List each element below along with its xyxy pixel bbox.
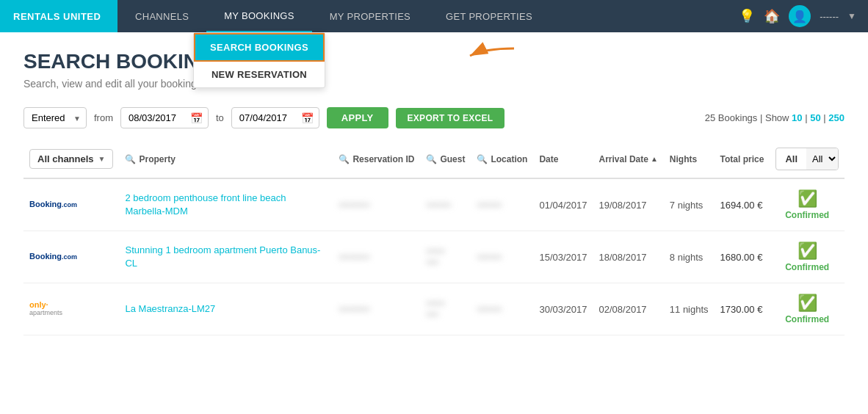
- top-nav: RENTALS UNITED CHANNELS MY BOOKINGS SEAR…: [0, 0, 868, 32]
- new-reservation-menu-item[interactable]: NEW RESERVATION: [194, 62, 325, 87]
- row3-arrival-date: 02/08/2017: [593, 283, 664, 335]
- avatar[interactable]: 👤: [789, 5, 811, 27]
- booking-logo-1: Booking.com: [29, 200, 113, 209]
- row3-confirmed-icon: ✅: [798, 294, 817, 313]
- row2-channel: Booking.com: [23, 231, 119, 283]
- page-subtitle: Search, view and edit all your bookings.: [23, 78, 845, 90]
- show-50-link[interactable]: 50: [810, 112, 820, 123]
- row3-guest: ••••••••••: [420, 283, 471, 335]
- row1-confirmed-icon: ✅: [798, 189, 817, 208]
- th-guest: 🔍 Guest: [420, 140, 471, 178]
- th-location-label: Location: [491, 154, 527, 164]
- table-row: only· apartments La Maestranza-LM27 ••••…: [23, 283, 845, 335]
- nav-my-properties[interactable]: MY PROPERTIES: [312, 0, 428, 32]
- status-filter[interactable]: All All: [775, 148, 839, 170]
- property-search-icon[interactable]: 🔍: [125, 154, 136, 164]
- row1-nights: 7 nights: [664, 178, 715, 231]
- row3-date: 30/03/2017: [533, 283, 593, 335]
- to-label: to: [216, 112, 224, 123]
- th-reservation-label: Reservation ID: [352, 154, 414, 164]
- row2-guest-blurred: ••••••••••: [426, 247, 444, 268]
- row3-reservation-id: ••••••••••: [333, 283, 420, 335]
- row3-channel: only· apartments: [23, 283, 119, 335]
- from-date-wrapper: 📅: [120, 107, 209, 128]
- channels-filter[interactable]: All channels ▼: [29, 149, 113, 169]
- row2-reservation-id: ••••••••••: [333, 231, 420, 283]
- username[interactable]: ------: [820, 11, 839, 22]
- th-guest-label: Guest: [440, 154, 465, 164]
- row3-property-link[interactable]: La Maestranza-LM27: [125, 302, 327, 316]
- entered-select[interactable]: Entered: [23, 107, 87, 128]
- lightbulb-icon[interactable]: 💡: [739, 8, 755, 24]
- user-menu-chevron[interactable]: ▼: [847, 11, 856, 21]
- row1-guest-blurred: ••••••••: [426, 200, 451, 211]
- export-button[interactable]: EXPORT TO EXCEL: [396, 108, 505, 128]
- apply-button[interactable]: APPLY: [327, 107, 388, 128]
- to-date-wrapper: 📅: [231, 107, 319, 128]
- main-content: SEARCH BOOKINGS Search, view and edit al…: [0, 32, 868, 414]
- th-nights: Nights: [664, 140, 715, 178]
- row2-location-blurred: ••••••••: [477, 253, 502, 263]
- to-date-input[interactable]: [231, 107, 319, 128]
- row1-location: ••••••••: [471, 178, 533, 231]
- row1-reservation-blurred: ••••••••••: [339, 200, 369, 211]
- status-filter-select[interactable]: All: [806, 148, 838, 170]
- row3-nights: 11 nights: [664, 283, 715, 335]
- bookings-dropdown: SEARCH BOOKINGS NEW RESERVATION: [193, 32, 325, 88]
- row1-reservation-id: ••••••••••: [333, 178, 420, 231]
- channels-chevron-icon: ▼: [98, 155, 106, 163]
- row3-location-blurred: ••••••••: [477, 305, 502, 315]
- row2-property: Stunning 1 bedroom apartment Puerto Banu…: [119, 231, 333, 283]
- row2-confirmed: ✅ Confirmed: [775, 242, 839, 272]
- table-row: Booking.com 2 bedroom penthouse front li…: [23, 178, 845, 231]
- row2-property-link[interactable]: Stunning 1 bedroom apartment Puerto Banu…: [125, 244, 327, 270]
- nav-items: CHANNELS MY BOOKINGS SEARCH BOOKINGS NEW…: [117, 0, 739, 32]
- th-reservation-id: 🔍 Reservation ID: [333, 140, 420, 178]
- from-label: from: [94, 112, 113, 123]
- th-total-price-label: Total price: [720, 154, 764, 164]
- row3-confirmed: ✅ Confirmed: [775, 294, 839, 324]
- nav-channels[interactable]: CHANNELS: [117, 0, 206, 32]
- th-arrival-label: Arrival Date: [599, 154, 648, 164]
- row1-property: 2 bedroom penthouse front line beach Mar…: [119, 178, 333, 231]
- nav-my-bookings[interactable]: MY BOOKINGS SEARCH BOOKINGS NEW RESERVAT…: [206, 0, 312, 32]
- row2-location: ••••••••: [471, 231, 533, 283]
- row2-confirmed-icon: ✅: [798, 242, 817, 261]
- guest-search-icon[interactable]: 🔍: [426, 154, 437, 164]
- row1-property-link[interactable]: 2 bedroom penthouse front line beach Mar…: [125, 192, 327, 218]
- row3-reservation-blurred: ••••••••••: [339, 305, 369, 315]
- row1-status: ✅ Confirmed: [770, 178, 845, 231]
- home-icon[interactable]: 🏠: [764, 8, 780, 24]
- row2-reservation-blurred: ••••••••••: [339, 253, 369, 263]
- location-search-icon[interactable]: 🔍: [477, 154, 488, 164]
- row3-guest-blurred: ••••••••••: [426, 299, 444, 320]
- row2-total-price: 1680.00 €: [715, 231, 770, 283]
- row2-nights: 8 nights: [664, 231, 715, 283]
- nav-get-properties[interactable]: GET PROPERTIES: [428, 0, 550, 32]
- brand-logo[interactable]: RENTALS UNITED: [0, 0, 117, 32]
- row1-arrival-date: 19/08/2017: [593, 178, 664, 231]
- row2-date: 15/03/2017: [533, 231, 593, 283]
- show-10-link[interactable]: 10: [792, 112, 802, 123]
- row1-guest: ••••••••: [420, 178, 471, 231]
- search-bookings-menu-item[interactable]: SEARCH BOOKINGS: [194, 33, 325, 62]
- th-status: All All: [770, 140, 845, 178]
- row1-location-blurred: ••••••••: [477, 200, 502, 211]
- from-date-input[interactable]: [120, 107, 209, 128]
- row3-location: ••••••••: [471, 283, 533, 335]
- bookings-count-value: 25 Bookings: [705, 112, 758, 123]
- row1-channel: Booking.com: [23, 178, 119, 231]
- nav-right: 💡 🏠 👤 ------ ▼: [739, 5, 868, 27]
- booking-logo-2: Booking.com: [29, 252, 113, 261]
- th-property: 🔍 Property: [119, 140, 333, 178]
- row1-confirmed: ✅ Confirmed: [775, 189, 839, 220]
- page-title: SEARCH BOOKINGS: [23, 50, 845, 73]
- row3-confirmed-label: Confirmed: [785, 314, 829, 324]
- th-date: Date: [533, 140, 593, 178]
- table-row: Booking.com Stunning 1 bedroom apartment…: [23, 231, 845, 283]
- show-250-link[interactable]: 250: [828, 112, 845, 123]
- arrival-sort-icon[interactable]: ▲: [651, 155, 658, 163]
- th-location: 🔍 Location: [471, 140, 533, 178]
- row3-status: ✅ Confirmed: [770, 283, 845, 335]
- reservation-search-icon[interactable]: 🔍: [339, 154, 350, 164]
